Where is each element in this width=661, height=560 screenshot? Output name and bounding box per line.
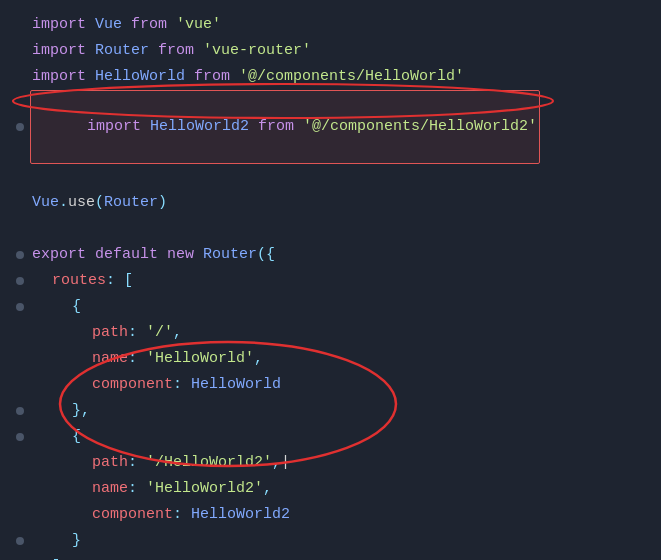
gutter-4 [16,123,28,131]
code-line-11: path: '/', [16,320,645,346]
code-line-2: import Router from 'vue-router' [16,38,645,64]
gutter-9 [16,277,28,285]
code-line-8: export default new Router({ [16,242,645,268]
code-line-16: path: '/HelloWorld2',| [16,450,645,476]
code-editor: import Vue from 'vue' import Router from… [0,0,661,560]
code-line-4: import HelloWorld2 from '@/components/He… [16,90,645,164]
gutter-19 [16,537,28,545]
code-line-7 [16,216,645,242]
gutter-14 [16,407,28,415]
code-line-20: ] [16,554,645,560]
code-line-19: } [16,528,645,554]
code-line-10: { [16,294,645,320]
code-line-9: routes: [ [16,268,645,294]
code-line-5 [16,164,645,190]
code-line-1: import Vue from 'vue' [16,12,645,38]
code-line-18: component: HelloWorld2 [16,502,645,528]
code-line-12: name: 'HelloWorld', [16,346,645,372]
code-line-6: Vue.use(Router) [16,190,645,216]
code-line-13: component: HelloWorld [16,372,645,398]
code-line-15: { [16,424,645,450]
gutter-8 [16,251,28,259]
code-line-17: name: 'HelloWorld2', [16,476,645,502]
gutter-15 [16,433,28,441]
code-line-14: }, [16,398,645,424]
highlight-line-4: import HelloWorld2 from '@/components/He… [30,90,540,164]
gutter-10 [16,303,28,311]
code-line-3: import HelloWorld from '@/components/Hel… [16,64,645,90]
kw-import-1: import [32,13,95,37]
